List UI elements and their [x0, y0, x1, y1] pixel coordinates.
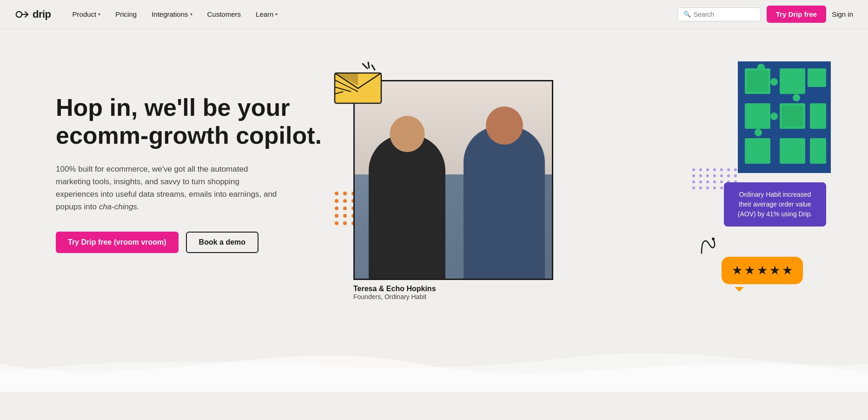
search-icon: 🔍 — [683, 11, 691, 18]
logo-text: drip — [33, 8, 51, 20]
star-4: ★ — [769, 263, 780, 278]
hero-buttons: Try Drip free (vroom vroom) Book a demo — [56, 232, 325, 253]
hero-right: Teresa & Echo Hopkins Founders, Ordinary… — [325, 61, 831, 350]
try-drip-free-button[interactable]: Try Drip free — [767, 6, 826, 23]
svg-point-0 — [16, 11, 22, 17]
chevron-down-icon: ▾ — [275, 12, 278, 17]
nav-item-pricing[interactable]: Pricing — [109, 7, 143, 22]
try-drip-free-hero-button[interactable]: Try Drip free (vroom vroom) — [56, 232, 179, 253]
svg-rect-17 — [793, 94, 800, 101]
chevron-down-icon: ▾ — [190, 12, 192, 17]
nav-item-integrations[interactable]: Integrations ▾ — [145, 7, 199, 22]
testimonial-card: Ordinary Habit increased their average o… — [724, 182, 826, 227]
hero-photo — [353, 80, 553, 280]
book-demo-button[interactable]: Book a demo — [186, 232, 258, 253]
svg-rect-22 — [745, 138, 770, 164]
signin-link[interactable]: Sign in — [832, 10, 853, 18]
hero-description: 100% built for ecommerce, we've got all … — [56, 163, 279, 213]
svg-rect-15 — [770, 78, 778, 86]
svg-rect-26 — [810, 138, 826, 164]
star-5: ★ — [782, 263, 793, 278]
svg-rect-25 — [810, 103, 826, 129]
search-input[interactable] — [694, 11, 755, 18]
navbar: drip Product ▾ Pricing Integrations ▾ Cu… — [0, 0, 868, 29]
svg-rect-18 — [745, 103, 770, 129]
svg-rect-23 — [780, 138, 805, 164]
nav-right: 🔍 Try Drip free Sign in — [677, 6, 853, 23]
hero-title: Hop in, we'll be your ecomm-growth copil… — [56, 94, 325, 150]
photo-caption: Teresa & Echo Hopkins Founders, Ordinary… — [353, 285, 436, 300]
svg-rect-20 — [755, 129, 762, 136]
person-title: Founders, Ordinary Habit — [353, 293, 436, 300]
svg-rect-14 — [757, 64, 765, 71]
wave-bottom — [0, 336, 868, 392]
hero-left: Hop in, we'll be your ecomm-growth copil… — [56, 57, 325, 253]
svg-line-4 — [363, 64, 367, 68]
svg-rect-27 — [747, 71, 768, 92]
svg-rect-16 — [780, 68, 805, 94]
svg-line-5 — [368, 62, 369, 68]
svg-rect-19 — [770, 113, 778, 120]
stars-rating-card: ★ ★ ★ ★ ★ — [722, 257, 803, 284]
star-3: ★ — [757, 263, 768, 278]
star-1: ★ — [732, 263, 742, 278]
svg-rect-24 — [808, 68, 826, 87]
nav-item-learn[interactable]: Learn ▾ — [249, 7, 284, 22]
testimonial-text: Ordinary Habit increased their average o… — [738, 191, 812, 218]
search-box[interactable]: 🔍 — [677, 7, 761, 21]
nav-item-customers[interactable]: Customers — [201, 7, 248, 22]
nav-links: Product ▾ Pricing Integrations ▾ Custome… — [66, 7, 677, 22]
squiggle-decoration — [694, 232, 721, 263]
person-name: Teresa & Echo Hopkins — [353, 285, 436, 293]
hero-section: Hop in, we'll be your ecomm-growth copil… — [0, 29, 868, 392]
chevron-down-icon: ▾ — [98, 12, 100, 17]
svg-point-29 — [712, 237, 715, 240]
puzzle-decoration — [738, 61, 831, 173]
svg-rect-28 — [782, 106, 803, 127]
nav-item-product[interactable]: Product ▾ — [66, 7, 107, 22]
photo-placeholder — [355, 81, 552, 279]
logo[interactable]: drip — [15, 7, 51, 22]
envelope-decoration — [330, 61, 386, 103]
svg-line-6 — [372, 65, 375, 70]
star-2: ★ — [744, 263, 755, 278]
